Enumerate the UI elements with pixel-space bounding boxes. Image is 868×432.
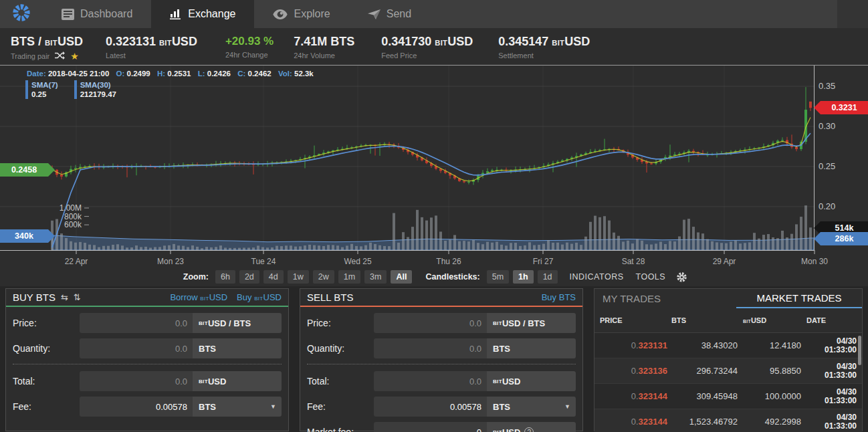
divider xyxy=(307,364,576,364)
sma7-legend[interactable]: SMA(7) 0.25 xyxy=(25,80,58,99)
volume-value: 7.41M BTS xyxy=(294,35,354,49)
sell-panel-title: SELL BTS xyxy=(307,292,353,303)
sell-panel: SELL BTS Buy BTS Price: BITUSD / BTS Qua… xyxy=(300,288,583,431)
buy-fee-label: Fee: xyxy=(13,401,80,412)
price-tick-label: 0.30 xyxy=(819,121,835,131)
buy-fee-input[interactable] xyxy=(80,397,193,417)
sell-quantity-input[interactable] xyxy=(374,338,487,358)
sell-total-unit: BITUSD xyxy=(487,371,576,391)
left-volume-badge: 340k xyxy=(0,229,55,243)
bitshares-logo-icon xyxy=(12,3,31,25)
volume-tick-label: 600k xyxy=(0,220,82,229)
nav-explore-label: Explore xyxy=(294,8,330,20)
buy-quantity-unit: BTS xyxy=(193,338,282,358)
buy-fee-asset-select[interactable]: BTS▼ xyxy=(193,397,282,417)
last-price-badge: 0.3231 xyxy=(814,101,868,114)
trading-pair-block[interactable]: BTS / BITUSD Trading pair ★ xyxy=(11,35,83,61)
price-chart[interactable]: Date: 2018-04-25 21:00 O: 0.2499 H: 0.25… xyxy=(0,66,868,286)
sell-price-label: Price: xyxy=(307,318,374,328)
nav-right-area xyxy=(837,0,868,28)
latest-price-value: 0.323131 xyxy=(106,35,156,48)
sell-fee-label: Fee: xyxy=(307,401,374,412)
dashboard-icon xyxy=(62,9,74,20)
caret-down-icon: ▼ xyxy=(564,403,570,410)
eye-icon xyxy=(273,9,288,19)
sell-quantity-label: Quantity: xyxy=(307,343,374,354)
buy-panel: BUY BTS ⇆ ⇅ Borrow BITUSD Buy BITUSD Pri… xyxy=(5,288,289,431)
tools-button[interactable]: TOOLS xyxy=(636,272,666,282)
sell-price-unit: BITUSD / BTS xyxy=(487,313,576,333)
col-bts: BTS xyxy=(667,316,738,324)
time-tick-label: Mon 23 xyxy=(157,257,184,266)
trade-row[interactable]: 0.323136 296.73244 95.8850 04/3001:33:00 xyxy=(594,358,862,384)
col-date: DATE xyxy=(801,316,857,324)
buy-bitusd-link[interactable]: Buy BITUSD xyxy=(237,292,282,302)
buy-total-input[interactable] xyxy=(80,371,193,391)
sell-quantity-unit: BTS xyxy=(487,338,576,358)
buy-quantity-input[interactable] xyxy=(80,338,193,358)
sell-price-input[interactable] xyxy=(374,313,487,333)
col-price: PRICE xyxy=(600,316,667,324)
sell-market-fee-input xyxy=(374,422,487,432)
zoom-2d[interactable]: 2d xyxy=(239,270,259,284)
interval-1h[interactable]: 1h xyxy=(513,270,534,284)
trade-row[interactable]: 0.323144 1,523.46792 492.2998 04/3001:33… xyxy=(594,409,862,432)
swap-vertical-icon[interactable]: ⇅ xyxy=(74,292,81,302)
favorite-star-icon[interactable]: ★ xyxy=(70,51,79,61)
nav-exchange-label: Exchange xyxy=(188,8,235,20)
zoom-all[interactable]: All xyxy=(391,270,412,284)
buy-price-input[interactable] xyxy=(80,313,193,333)
zoom-2w[interactable]: 2w xyxy=(313,270,334,284)
nav-send-label: Send xyxy=(387,8,411,20)
trade-row[interactable]: 0.323131 38.43020 12.4180 04/3001:33:00 xyxy=(594,333,862,358)
buy-bts-link[interactable]: Buy BTS xyxy=(542,292,576,302)
sell-fee-asset-select[interactable]: BTS▼ xyxy=(487,397,576,417)
help-question-icon[interactable]: ? xyxy=(524,427,534,432)
trade-row[interactable]: 0.323144 309.45948 100.0000 04/3001:33:0… xyxy=(594,384,862,409)
buy-total-label: Total: xyxy=(13,376,80,387)
zoom-6h[interactable]: 6h xyxy=(215,270,235,284)
candlesticks-label: Candlesticks: xyxy=(425,272,479,282)
bitshares-logo[interactable] xyxy=(0,0,43,28)
tab-market-trades[interactable]: MARKET TRADES xyxy=(736,289,862,308)
trades-scrollbar[interactable] xyxy=(858,336,861,365)
tab-my-trades[interactable]: MY TRADES xyxy=(594,289,736,308)
market-header: BTS / BITUSD Trading pair ★ 0.323131 BIT… xyxy=(0,28,868,66)
sell-total-input[interactable] xyxy=(374,371,487,391)
exchange-app: Dashboard Exchange Explore Send BTS / BI… xyxy=(0,0,868,432)
zoom-1w[interactable]: 1w xyxy=(288,270,309,284)
chart-controls: Zoom: 6h 2d 4d 1w 2w 1m 3m All Candlesti… xyxy=(0,267,868,286)
change-sub: 24hr Change xyxy=(225,51,268,59)
order-panels: BUY BTS ⇆ ⇅ Borrow BITUSD Buy BITUSD Pri… xyxy=(0,288,868,431)
exchange-chart-icon xyxy=(170,9,182,19)
price-tick-label: 0.20 xyxy=(819,201,835,211)
interval-1d[interactable]: 1d xyxy=(538,270,558,284)
flip-pair-icon[interactable] xyxy=(55,51,65,61)
nav-dashboard[interactable]: Dashboard xyxy=(43,0,151,28)
nav-exchange[interactable]: Exchange xyxy=(151,0,254,28)
sell-fee-input[interactable] xyxy=(374,397,487,417)
nav-explore[interactable]: Explore xyxy=(254,0,348,28)
latest-price-block: 0.323131 BITUSD Latest xyxy=(106,35,197,60)
zoom-4d[interactable]: 4d xyxy=(263,270,284,284)
time-tick-label: Wed 25 xyxy=(344,257,371,266)
zoom-3m[interactable]: 3m xyxy=(364,270,387,284)
candlestick-chart-svg[interactable] xyxy=(0,66,868,255)
zoom-1m[interactable]: 1m xyxy=(338,270,360,284)
trading-pair-sub: Trading pair xyxy=(11,52,49,60)
send-icon xyxy=(368,9,381,19)
volume-badge-blue: 286k xyxy=(814,232,868,245)
feed-price-sub: Feed Price xyxy=(381,51,417,60)
indicators-button[interactable]: INDICATORS xyxy=(570,272,624,282)
chart-settings-gear-icon[interactable] xyxy=(676,272,687,283)
borrow-bitusd-link[interactable]: Borrow BITUSD xyxy=(170,292,227,302)
settlement-value: 0.345147 xyxy=(498,35,548,48)
nav-send[interactable]: Send xyxy=(349,0,430,28)
swap-horizontal-icon[interactable]: ⇆ xyxy=(61,292,68,302)
buy-price-label: Price: xyxy=(13,318,80,328)
sma30-legend[interactable]: SMA(30) 212179.47 xyxy=(74,80,116,99)
ohlc-legend: Date: 2018-04-25 21:00 O: 0.2499 H: 0.25… xyxy=(27,70,318,78)
buy-total-unit: BITUSD xyxy=(193,371,282,391)
trades-column-headers: PRICE BTS BITUSD DATE xyxy=(594,308,862,333)
interval-5m[interactable]: 5m xyxy=(487,270,509,284)
